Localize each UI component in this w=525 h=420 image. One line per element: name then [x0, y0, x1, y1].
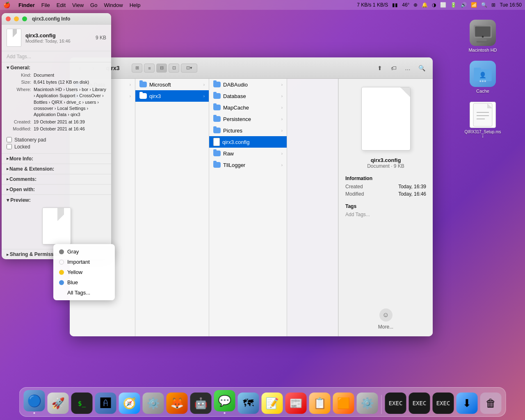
- tag-button[interactable]: 🏷: [388, 64, 399, 73]
- tags-area[interactable]: Add Tags...: [2, 51, 111, 62]
- menubar-help[interactable]: Help: [130, 2, 141, 8]
- name-ext-section[interactable]: Name & Extension:: [2, 164, 111, 174]
- col3-item-tlllogger[interactable]: TllLogger ›: [209, 159, 287, 171]
- desktop-icon-qirx-setup[interactable]: QIRX317_Setup.ms i: [466, 102, 499, 139]
- dock-item-news[interactable]: 📰: [285, 393, 307, 414]
- col2-item-qirx3[interactable]: qirx3 ›: [135, 90, 209, 102]
- dock-divider: [381, 395, 382, 414]
- info-modified-row: Modified: 19 October 2021 at 16:46: [7, 126, 106, 132]
- view-gallery-btn[interactable]: ⊡: [169, 64, 179, 73]
- finder-toolbar: ‹ › qirx3 ⊞ ≡ ⊟ ⊡ ⊡▾ ⬆ 🏷 … 🔍: [70, 57, 433, 79]
- dock-item-shapes[interactable]: 🟧: [333, 393, 354, 414]
- preview-title[interactable]: Preview:: [7, 197, 106, 203]
- tags-placeholder: Add Tags...: [7, 54, 31, 59]
- col3-item-persistence[interactable]: Persistence ›: [209, 113, 287, 125]
- locked-checkbox[interactable]: [7, 144, 12, 149]
- dock-item-safari[interactable]: 🧭: [119, 393, 140, 414]
- dock-item-appstore2[interactable]: ⬇: [457, 393, 478, 414]
- menubar-wifi-icon: 📶: [471, 2, 477, 8]
- dock-item-finder[interactable]: 🔵: [24, 390, 45, 414]
- col3-item-database[interactable]: Database ›: [209, 90, 287, 102]
- dock-item-appstore[interactable]: 🅰: [95, 393, 116, 414]
- dock-item-launchpad[interactable]: 🚀: [48, 393, 69, 414]
- preview-modified-val: Today, 16:46: [398, 191, 426, 197]
- dock-item-ai[interactable]: 🤖: [190, 393, 212, 414]
- dock-item-maps[interactable]: 🗺: [238, 393, 259, 414]
- view-list-btn[interactable]: ≡: [144, 64, 155, 73]
- dock-item-syspref2[interactable]: ⚙️: [357, 393, 378, 414]
- view-icon-btn[interactable]: ⊞: [132, 64, 142, 73]
- preview-more-label[interactable]: More...: [378, 324, 393, 330]
- col3-item-raw[interactable]: Raw ›: [209, 148, 287, 159]
- tag-menu-item-yellow[interactable]: Yellow: [53, 267, 115, 277]
- menubar-file[interactable]: File: [41, 2, 50, 8]
- dock-item-firefox[interactable]: 🦊: [167, 393, 188, 414]
- info-filename: qirx3.config: [25, 32, 71, 39]
- view-more-btn[interactable]: ⊡▾: [181, 64, 197, 73]
- col3-item-dabaudio[interactable]: DABAudio ›: [209, 79, 287, 90]
- folder-icon-selected: [139, 93, 147, 99]
- dock-item-notes[interactable]: 📝: [262, 393, 283, 414]
- open-with-section[interactable]: Open with:: [2, 184, 111, 194]
- dock-item-messages[interactable]: 💬: [214, 390, 235, 414]
- open-with-label: Open with:: [9, 187, 35, 192]
- dock-item-clipboard[interactable]: 📋: [309, 393, 331, 414]
- tag-menu-item-gray[interactable]: Gray: [53, 247, 115, 257]
- minimize-button[interactable]: [14, 16, 19, 21]
- desktop-icon-macintosh-hd[interactable]: Macintosh HD: [466, 20, 499, 52]
- info-filesize: 9 KB: [96, 35, 106, 41]
- dock-item-syspref[interactable]: ⚙️: [143, 393, 164, 414]
- chevron-right-icon: ›: [281, 163, 283, 167]
- menubar-control-icon[interactable]: ⊞: [491, 2, 495, 8]
- menubar-view[interactable]: View: [72, 2, 84, 8]
- desktop-icon-cache[interactable]: 👤 Cache: [466, 61, 499, 94]
- more-info-section[interactable]: More Info:: [2, 153, 111, 164]
- dock-item-terminal[interactable]: $_: [71, 393, 93, 414]
- dock-item-trash[interactable]: 🗑: [480, 393, 502, 414]
- created-label: Created:: [7, 119, 31, 125]
- dock-item-exec3[interactable]: EXEC: [433, 393, 454, 414]
- dock-item-exec2[interactable]: EXEC: [409, 393, 430, 414]
- svg-rect-3: [476, 41, 489, 42]
- col2-item-microsoft[interactable]: Microsoft ›: [135, 79, 209, 90]
- menubar-edit[interactable]: Edit: [57, 2, 66, 8]
- menubar-display-icon: ⬜: [440, 2, 446, 8]
- share-button[interactable]: ⬆: [374, 64, 385, 73]
- menubar-batt2-icon: 🔋: [450, 2, 457, 8]
- close-button[interactable]: [6, 16, 11, 21]
- menubar-search-icon[interactable]: 🔍: [481, 2, 487, 8]
- info-created-row: Created: 19 October 2021 at 16:39: [7, 119, 106, 125]
- stationery-row[interactable]: Stationery pad: [7, 137, 106, 143]
- kind-value: Document: [34, 72, 106, 78]
- locked-row[interactable]: Locked: [7, 144, 106, 150]
- desktop-icon-qirx-label: QIRX317_Setup.ms i: [465, 130, 501, 139]
- chevron-right-icon: ›: [281, 151, 283, 156]
- search-button[interactable]: 🔍: [416, 64, 427, 73]
- dock-item-exec1[interactable]: EXEC: [385, 393, 406, 414]
- info-file-meta: qirx3.config Modified: Today, 16:46: [25, 32, 71, 43]
- menubar-go[interactable]: Go: [90, 2, 97, 8]
- tag-menu-item-important[interactable]: Important: [53, 257, 115, 267]
- apple-menu[interactable]: 🍎: [3, 2, 10, 8]
- preview-more-button[interactable]: ☺: [379, 308, 393, 322]
- menubar-window[interactable]: Window: [104, 2, 123, 8]
- folder-icon: [213, 128, 221, 133]
- stationery-checkbox[interactable]: [7, 137, 12, 142]
- menubar-finder[interactable]: Finder: [18, 2, 35, 8]
- tag-menu-item-blue[interactable]: Blue: [53, 277, 115, 288]
- view-column-btn[interactable]: ⊟: [156, 64, 167, 73]
- tag-dot-gray: [59, 249, 64, 254]
- zoom-button[interactable]: [22, 16, 27, 21]
- col3-item-qirx3config[interactable]: qirx3.config: [209, 136, 287, 148]
- comments-section[interactable]: Comments:: [2, 174, 111, 184]
- preview-tags-add[interactable]: Add Tags...: [345, 212, 426, 217]
- more-actions-button[interactable]: …: [402, 64, 413, 73]
- menubar: 🍎 Finder File Edit View Go Window Help 7…: [0, 0, 525, 10]
- col3-item-mapcache[interactable]: MapCache ›: [209, 102, 287, 113]
- col3-item-pictures[interactable]: Pictures ›: [209, 125, 287, 136]
- tag-dot-important: [59, 260, 64, 265]
- desktop-icon-cache-label: Cache: [476, 89, 489, 94]
- info-kind-row: Kind: Document: [7, 72, 106, 78]
- general-section-title[interactable]: General:: [7, 65, 106, 71]
- tag-menu-item-all[interactable]: All Tags...: [53, 288, 115, 298]
